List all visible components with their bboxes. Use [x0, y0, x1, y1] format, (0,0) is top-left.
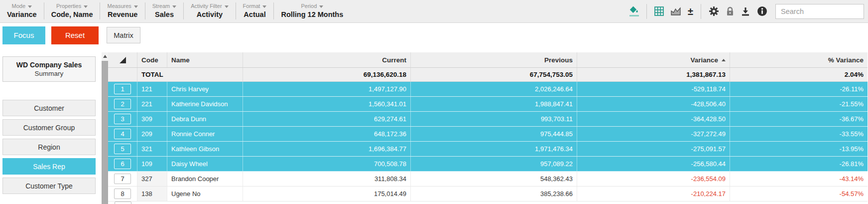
- table-row[interactable]: 1 121 Chris Harvey 1,497,127.90 2,026,24…: [108, 82, 868, 97]
- cell-current: 629,274.61: [243, 112, 411, 126]
- select-all-corner[interactable]: [108, 52, 137, 67]
- toolbar-dropdown-stream[interactable]: Stream Sales: [145, 0, 183, 19]
- table-grid-icon[interactable]: [654, 6, 664, 16]
- lock-icon[interactable]: [726, 6, 734, 16]
- table-row[interactable]: 3 309 Debra Dunn 629,274.61 993,703.11 -…: [108, 112, 868, 127]
- row-number-box[interactable]: 5: [114, 144, 131, 154]
- summary-card[interactable]: WD Company Sales Summary: [2, 56, 96, 82]
- total-previous: 67,754,753.05: [411, 68, 577, 81]
- cell-code: 221: [137, 97, 167, 111]
- dropdown-value: Revenue: [107, 10, 137, 19]
- toolbar-dropdown-activity-filter[interactable]: Activity Filter Activity: [184, 0, 235, 19]
- cell-previous: 2,026,246.64: [411, 82, 577, 96]
- sidebar-item-customer[interactable]: Customer: [2, 100, 96, 116]
- info-icon[interactable]: [757, 6, 767, 16]
- dropdown-label: Period: [301, 3, 317, 9]
- scrollbar-thumb[interactable]: [102, 61, 108, 204]
- row-number-box[interactable]: 1: [114, 84, 131, 94]
- table-row[interactable]: 2 221 Katherine Davidson 1,560,341.01 1,…: [108, 97, 868, 112]
- fill-color-icon[interactable]: [629, 6, 639, 16]
- cell-name: Katherine Davidson: [167, 97, 243, 111]
- row-number-box[interactable]: 3: [114, 114, 131, 124]
- focus-button[interactable]: Focus: [2, 26, 45, 44]
- dropdown-label: Mode: [12, 3, 26, 9]
- summary-subtitle: Summary: [5, 69, 93, 78]
- area-chart-icon[interactable]: [671, 7, 681, 15]
- scrollbar-up-arrow-icon[interactable]: [102, 52, 108, 60]
- cell-code: 209: [137, 127, 167, 141]
- total-label: TOTAL: [137, 68, 243, 81]
- matrix-button[interactable]: Matrix: [107, 27, 140, 43]
- toolbar-dropdown-format[interactable]: Format Actual: [236, 0, 274, 19]
- cell-variance: -275,091.57: [577, 142, 730, 156]
- row-number-box[interactable]: 6: [114, 159, 131, 169]
- cell-current: 311,808.34: [243, 172, 411, 186]
- cell-current: 648,172.36: [243, 127, 411, 141]
- column-header-code[interactable]: Code: [137, 52, 167, 67]
- sidebar-item-sales-rep[interactable]: Sales Rep: [2, 158, 96, 175]
- dropdown-label: Properties: [56, 3, 81, 9]
- chevron-down-icon: [319, 5, 323, 8]
- dropdown-value: Rolling 12 Months: [281, 10, 343, 19]
- grid-total-row: TOTAL 69,136,620.18 67,754,753.05 1,381,…: [108, 68, 868, 82]
- action-bar: Focus Reset Matrix: [0, 23, 868, 47]
- total-pct-variance: 2.04%: [730, 68, 868, 81]
- row-number-box[interactable]: 7: [114, 174, 131, 184]
- toolbar-dropdown-mode[interactable]: Mode Variance: [0, 0, 44, 19]
- divider: [701, 4, 701, 19]
- column-header-previous[interactable]: Previous: [411, 52, 577, 67]
- gear-icon[interactable]: [709, 6, 719, 16]
- cell-code: 321: [137, 142, 167, 156]
- dropdown-label: Stream: [152, 3, 170, 9]
- column-header-variance[interactable]: Variance: [577, 52, 730, 67]
- sidebar: WD Company Sales Summary Customer Custom…: [0, 52, 100, 197]
- cell-previous: 975,444.85: [411, 127, 577, 141]
- column-header-name[interactable]: Name: [167, 52, 243, 67]
- row-number-box[interactable]: 4: [114, 129, 131, 139]
- cell-variance: -529,118.74: [577, 82, 730, 96]
- cell-variance: -364,428.50: [577, 112, 730, 126]
- cell-code: 309: [137, 112, 167, 126]
- toolbar-dropdown-measures[interactable]: Measures Revenue: [100, 0, 144, 19]
- cell-current: 1,696,384.77: [243, 142, 411, 156]
- table-row[interactable]: 6 109 Daisy Wheel 700,508.78 957,089.22 …: [108, 157, 868, 172]
- cell-previous: 385,238.66: [411, 187, 577, 201]
- chevron-down-icon: [28, 5, 32, 8]
- cell-code: 138: [137, 187, 167, 201]
- sidebar-item-customer-type[interactable]: Customer Type: [2, 178, 96, 194]
- dropdown-label: Activity Filter: [191, 3, 222, 9]
- table-row[interactable]: 7 327 Brandon Cooper 311,808.34 548,362.…: [108, 172, 868, 187]
- download-icon[interactable]: [741, 6, 750, 16]
- cell-pct-variance: -43.14%: [730, 172, 868, 186]
- table-row[interactable]: 4 209 Ronnie Conner 648,172.36 975,444.8…: [108, 127, 868, 142]
- cell-current: 175,014.49: [243, 187, 411, 201]
- row-number-box[interactable]: 8: [114, 189, 131, 199]
- dropdown-label: Measures: [107, 3, 131, 9]
- cell-variance: -428,506.40: [577, 97, 730, 111]
- vertical-scrollbar[interactable]: [102, 52, 108, 204]
- cell-name: Debra Dunn: [167, 112, 243, 126]
- chevron-down-icon: [172, 5, 176, 8]
- search-input[interactable]: [775, 4, 864, 19]
- toolbar-dropdown-period[interactable]: Period Rolling 12 Months: [274, 0, 350, 19]
- cell-pct-variance: -21.55%: [730, 97, 868, 111]
- cell-current: 1,560,341.01: [243, 97, 411, 111]
- select-all-corner-icon: [120, 57, 126, 63]
- cell-code: 109: [137, 157, 167, 171]
- chevron-down-icon: [84, 5, 88, 8]
- sidebar-item-region[interactable]: Region: [2, 139, 96, 155]
- column-header-variance[interactable]: % Variance: [730, 52, 868, 67]
- content-area: WD Company Sales Summary Customer Custom…: [0, 47, 868, 204]
- chevron-down-icon: [262, 5, 266, 8]
- table-row-partial: [108, 202, 868, 204]
- cell-name: Ronnie Conner: [167, 127, 243, 141]
- table-row[interactable]: 5 321 Kathleen Gibson 1,696,384.77 1,971…: [108, 142, 868, 157]
- grid-body: 1 121 Chris Harvey 1,497,127.90 2,026,24…: [108, 82, 868, 202]
- column-header-current[interactable]: Current: [243, 52, 411, 67]
- plus-minus-icon[interactable]: ±: [688, 6, 693, 16]
- row-number-box[interactable]: 2: [114, 99, 131, 109]
- toolbar-dropdown-properties[interactable]: Properties Code, Name: [44, 0, 100, 19]
- sidebar-item-customer-group[interactable]: Customer Group: [2, 119, 96, 136]
- reset-button[interactable]: Reset: [51, 26, 99, 44]
- table-row[interactable]: 8 138 Ugene No 175,014.49 385,238.66 -21…: [108, 187, 868, 202]
